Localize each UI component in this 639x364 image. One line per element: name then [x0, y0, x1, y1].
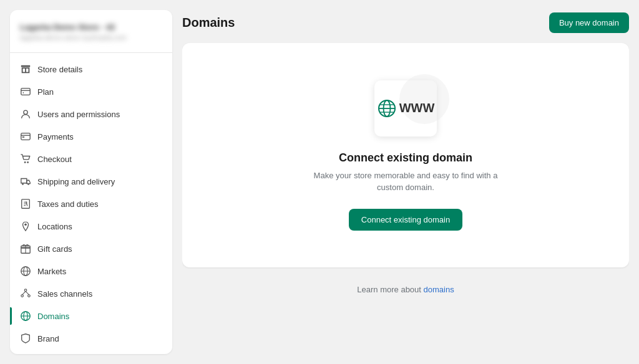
sidebar-item-label: Plan: [37, 87, 54, 97]
store-header: Lagarka Demo Store - 42 lagarka-demo-sto…: [10, 17, 172, 53]
globe-active-icon: [20, 310, 31, 322]
svg-point-7: [24, 161, 26, 163]
sidebar-item-taxes[interactable]: Taxes and duties: [10, 193, 172, 215]
page-title: Domains: [182, 16, 235, 30]
sidebar-item-gift-cards[interactable]: Gift cards: [10, 237, 172, 260]
svg-rect-4: [21, 133, 30, 140]
channels-icon: [20, 288, 31, 299]
markets-icon: [20, 266, 31, 277]
svg-point-16: [24, 224, 27, 226]
sidebar-item-label: Markets: [37, 267, 66, 276]
svg-point-9: [22, 183, 24, 185]
user-icon: [20, 108, 31, 120]
sidebar-item-markets[interactable]: Markets: [10, 260, 172, 282]
card-description: Make your store memorable and easy to fi…: [312, 170, 499, 194]
sidebar-item-label: Shipping and delivery: [37, 177, 115, 186]
sidebar-item-label: Brand: [37, 334, 59, 343]
sidebar-item-payments[interactable]: Payments: [10, 125, 172, 148]
gift-icon: [20, 243, 31, 254]
illustration-inner: WWW: [377, 98, 435, 118]
sidebar-item-label: Sales channels: [37, 289, 92, 299]
sidebar-item-users-permissions[interactable]: Users and permissions: [10, 103, 172, 125]
sidebar-item-store-details[interactable]: Store details: [10, 58, 172, 80]
sidebar-item-plan[interactable]: Plan: [10, 80, 172, 103]
card-title: Connect existing domain: [339, 151, 472, 165]
checkout-icon: [20, 153, 31, 165]
svg-point-22: [24, 289, 27, 292]
sidebar-item-label: Users and permissions: [37, 110, 120, 119]
sidebar-item-sales-channels[interactable]: Sales channels: [10, 282, 172, 305]
sidebar-item-label: Store details: [37, 65, 82, 74]
sidebar-item-locations[interactable]: Locations: [10, 215, 172, 237]
brand-icon: [20, 333, 31, 344]
sidebar-item-shipping[interactable]: Shipping and delivery: [10, 170, 172, 193]
sidebar-item-label: Taxes and duties: [37, 199, 99, 209]
www-label: WWW: [399, 101, 435, 115]
footer-link-area: Learn more about domains: [182, 285, 629, 294]
domains-learn-more-link[interactable]: domains: [424, 285, 454, 294]
svg-rect-6: [22, 136, 25, 138]
store-icon: [20, 64, 31, 75]
store-name: Lagarka Demo Store - 42: [20, 22, 162, 32]
svg-point-3: [24, 110, 27, 114]
svg-point-24: [28, 295, 31, 297]
payment-icon: [20, 131, 31, 142]
footer-text: Learn more about: [357, 285, 423, 294]
sidebar-item-label: Locations: [37, 222, 72, 231]
sidebar-item-label: Gift cards: [37, 244, 72, 254]
main-content: Domains Buy new domain WWW Connect exist…: [182, 10, 629, 354]
buy-new-domain-button[interactable]: Buy new domain: [549, 12, 629, 33]
plan-icon: [20, 86, 31, 97]
sidebar-item-brand[interactable]: Brand: [10, 327, 172, 350]
connect-existing-domain-button[interactable]: Connect existing domain: [349, 209, 462, 231]
sidebar-item-checkout[interactable]: Checkout: [10, 148, 172, 170]
sidebar: Lagarka Demo Store - 42 lagarka-demo-sto…: [10, 10, 172, 354]
svg-rect-0: [21, 89, 30, 95]
domain-illustration: WWW: [374, 80, 437, 136]
sidebar-item-label: Payments: [37, 132, 74, 141]
sidebar-item-domains[interactable]: Domains: [10, 305, 172, 327]
svg-point-23: [21, 295, 24, 297]
sidebar-item-label: Domains: [37, 312, 69, 321]
taxes-icon: [20, 198, 31, 209]
truck-icon: [20, 176, 31, 187]
domain-card: WWW Connect existing domain Make your st…: [182, 43, 629, 267]
svg-line-26: [26, 291, 29, 294]
svg-point-10: [27, 183, 29, 185]
store-url: lagarka-demo-store.myshopify.com: [20, 34, 162, 41]
svg-point-8: [27, 161, 29, 163]
globe-illustration-icon: [377, 98, 397, 118]
location-icon: [20, 221, 31, 232]
svg-line-25: [22, 291, 26, 294]
sidebar-item-label: Checkout: [37, 155, 72, 164]
page-header: Domains Buy new domain: [182, 10, 629, 36]
